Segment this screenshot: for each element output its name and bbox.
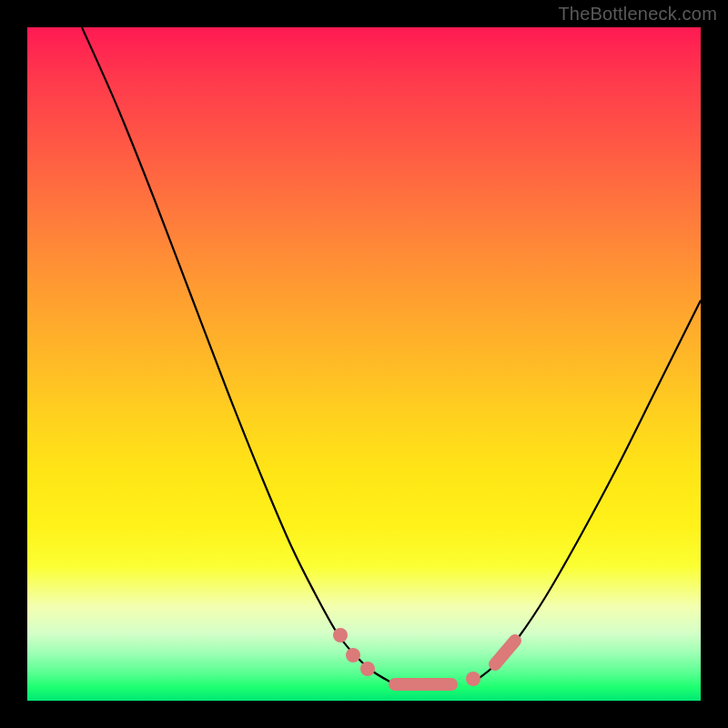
trough-marker-dot [346,648,360,662]
trough-marker-dot [333,628,348,642]
trough-marker-segment [495,641,515,664]
trough-markers [333,628,515,686]
trough-marker-dot [360,662,375,676]
plot-area [27,27,701,701]
trough-marker-dot [466,672,480,686]
chart-frame: TheBottleneck.com [0,0,728,728]
watermark-text: TheBottleneck.com [558,4,717,25]
bottleneck-curve-left [82,27,391,682]
bottleneck-curve-right [473,300,701,682]
chart-svg [27,27,701,701]
